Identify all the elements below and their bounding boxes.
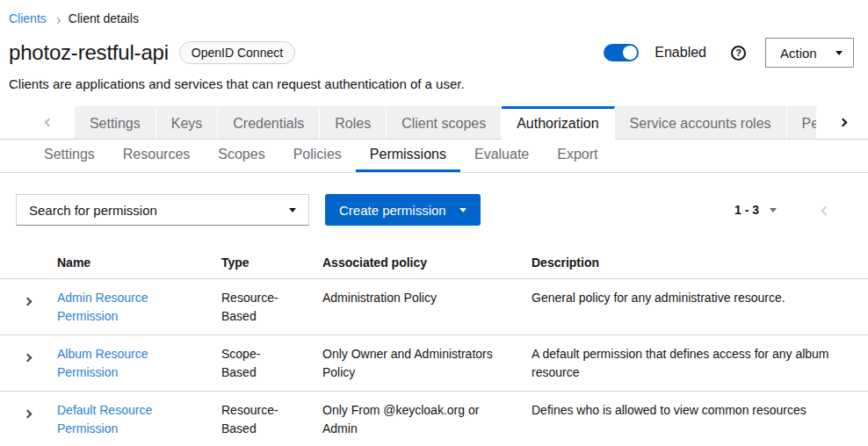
tab-credentials[interactable]: Credentials bbox=[218, 106, 320, 140]
search-permission-select[interactable]: Search for permission bbox=[16, 194, 309, 226]
subtab-permissions[interactable]: Permissions bbox=[356, 140, 460, 172]
tab-settings[interactable]: Settings bbox=[75, 106, 156, 140]
type-cell: Resource-Based bbox=[207, 279, 308, 335]
chevron-down-icon bbox=[835, 51, 843, 55]
table-row: Default Resource Permission Resource-Bas… bbox=[0, 392, 868, 446]
client-description: Clients are applications and services th… bbox=[9, 76, 854, 91]
tab-roles[interactable]: Roles bbox=[320, 106, 387, 140]
chevron-right-icon bbox=[24, 354, 33, 363]
authorization-subtabs: Settings Resources Scopes Policies Permi… bbox=[0, 140, 868, 173]
subtab-policies[interactable]: Policies bbox=[279, 140, 356, 172]
chevron-down-icon bbox=[770, 208, 777, 212]
chevron-right-icon bbox=[24, 410, 33, 419]
tab-client-scopes[interactable]: Client scopes bbox=[387, 106, 502, 140]
chevron-left-icon bbox=[821, 205, 830, 215]
breadcrumb-current: Client details bbox=[69, 11, 139, 25]
breadcrumb-clients-link[interactable]: Clients bbox=[9, 11, 47, 25]
tabs-scroll-right-button[interactable] bbox=[817, 106, 868, 140]
policy-cell: Only From @keycloak.org or Admin bbox=[308, 392, 517, 446]
breadcrumb-separator-icon bbox=[55, 11, 60, 25]
expander-column-header bbox=[0, 246, 43, 279]
subtab-scopes[interactable]: Scopes bbox=[204, 140, 278, 172]
tab-service-accounts-roles[interactable]: Service accounts roles bbox=[615, 106, 787, 140]
column-header-type: Type bbox=[207, 246, 308, 279]
policy-cell: Only Owner and Administrators Policy bbox=[308, 335, 517, 392]
permission-name-link[interactable]: Default Resource Permission bbox=[57, 403, 152, 435]
type-cell: Resource-Based bbox=[207, 392, 308, 446]
permission-name-link[interactable]: Album Resource Permission bbox=[57, 347, 148, 379]
column-header-associated-policy: Associated policy bbox=[308, 246, 517, 279]
action-dropdown-label: Action bbox=[780, 46, 817, 61]
row-expander-button[interactable] bbox=[23, 292, 33, 309]
help-icon[interactable] bbox=[731, 46, 746, 61]
page-title: photoz-restful-api bbox=[9, 40, 169, 65]
enabled-toggle[interactable] bbox=[604, 44, 639, 61]
description-cell: General policy for any administrative re… bbox=[517, 279, 868, 335]
pagination-prev-button[interactable] bbox=[822, 204, 829, 217]
client-header: photoz-restful-api OpenID Connect Enable… bbox=[0, 25, 868, 91]
type-cell: Scope-Based bbox=[207, 335, 308, 392]
primary-tabs: Settings Keys Credentials Roles Client s… bbox=[0, 106, 868, 140]
chevron-down-icon bbox=[459, 208, 467, 212]
tab-permissions-clipped[interactable]: Pe bbox=[787, 106, 817, 140]
row-expander-button[interactable] bbox=[23, 405, 33, 421]
breadcrumb: Clients Client details bbox=[0, 0, 868, 25]
table-row: Album Resource Permission Scope-Based On… bbox=[0, 335, 868, 392]
table-row: Admin Resource Permission Resource-Based… bbox=[0, 279, 868, 335]
chevron-right-icon bbox=[24, 298, 33, 306]
description-cell: Defines who is allowed to view common re… bbox=[517, 392, 868, 446]
permissions-table: Name Type Associated policy Description … bbox=[0, 246, 868, 446]
column-header-name: Name bbox=[43, 246, 207, 279]
pagination-range: 1 - 3 bbox=[734, 203, 759, 217]
permission-name-link[interactable]: Admin Resource Permission bbox=[57, 291, 148, 323]
column-header-description: Description bbox=[517, 246, 868, 279]
subtab-export[interactable]: Export bbox=[543, 140, 611, 172]
subtab-settings[interactable]: Settings bbox=[30, 140, 109, 172]
protocol-badge: OpenID Connect bbox=[179, 41, 295, 64]
subtab-evaluate[interactable]: Evaluate bbox=[460, 140, 543, 172]
table-header-row: Name Type Associated policy Description bbox=[0, 246, 868, 279]
pagination-menu-button[interactable]: 1 - 3 bbox=[734, 203, 777, 217]
policy-cell: Administration Policy bbox=[308, 279, 517, 335]
tabs-scroll-left-button[interactable] bbox=[0, 106, 75, 140]
pagination: 1 - 3 bbox=[734, 203, 854, 217]
toggle-knob bbox=[623, 46, 637, 60]
subtab-resources[interactable]: Resources bbox=[109, 140, 204, 172]
create-permission-button[interactable]: Create permission bbox=[325, 194, 481, 226]
permissions-toolbar: Search for permission Create permission … bbox=[16, 194, 854, 226]
chevron-left-icon bbox=[44, 119, 53, 127]
create-permission-label: Create permission bbox=[339, 203, 446, 218]
action-dropdown[interactable]: Action bbox=[765, 38, 854, 68]
description-cell: A default permission that defines access… bbox=[517, 335, 868, 392]
chevron-right-icon bbox=[838, 119, 847, 127]
search-placeholder: Search for permission bbox=[29, 203, 157, 218]
enabled-label: Enabled bbox=[655, 45, 706, 61]
row-expander-button[interactable] bbox=[23, 349, 33, 365]
tab-keys[interactable]: Keys bbox=[156, 106, 219, 140]
chevron-down-icon bbox=[289, 208, 296, 212]
tab-authorization[interactable]: Authorization bbox=[502, 106, 614, 140]
